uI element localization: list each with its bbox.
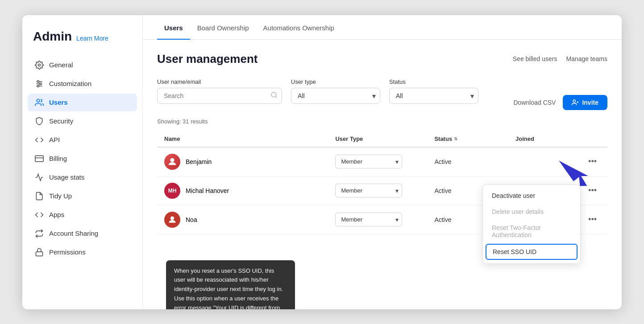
user-type-cell-2: MemberAdminGuest ▾ <box>328 205 427 234</box>
th-user-type: User Type <box>328 131 427 147</box>
svg-point-0 <box>38 64 41 66</box>
sidebar-item-usage-stats[interactable]: Usage stats <box>28 168 137 186</box>
avatar-superhero-icon <box>167 157 177 167</box>
sidebar-item-users[interactable]: Users <box>28 94 137 111</box>
sidebar-item-security-label: Security <box>49 117 73 125</box>
users-icon <box>35 98 44 107</box>
code-icon <box>35 210 44 219</box>
user-type-select-2[interactable]: MemberAdminGuest <box>335 213 402 226</box>
tidy-icon <box>35 192 44 201</box>
invite-user-icon <box>572 99 579 106</box>
svg-point-7 <box>37 99 40 102</box>
user-type-select-wrap-2: MemberAdminGuest ▾ <box>335 213 402 226</box>
invite-button[interactable]: Invite <box>563 95 607 110</box>
sidebar-item-apps[interactable]: Apps <box>28 206 137 224</box>
tab-automations-ownership[interactable]: Automations Ownership <box>256 15 341 40</box>
user-type-cell-0: MemberAdminGuest ▾ <box>328 147 427 176</box>
gear-icon <box>35 61 44 70</box>
api-icon <box>35 135 44 144</box>
sidebar-item-account-sharing-label: Account Sharing <box>49 230 98 237</box>
lock-icon <box>35 248 44 257</box>
results-count: Showing: 31 results <box>157 118 607 125</box>
status-label: Status <box>389 78 478 85</box>
sidebar-item-billing[interactable]: Billing <box>28 150 137 168</box>
user-type-select-1[interactable]: MemberAdminGuest <box>335 184 402 197</box>
sidebar-item-api[interactable]: API <box>28 131 137 149</box>
manage-teams-link[interactable]: Manage teams <box>566 55 607 62</box>
user-type-select-wrap-1: MemberAdminGuest ▾ <box>335 184 402 197</box>
sidebar-item-general-label: General <box>49 61 73 69</box>
username-filter-group: User name/email <box>157 78 282 104</box>
page-header-actions: See billed users Manage teams <box>513 55 607 62</box>
sidebar: Admin Learn More General Customization <box>22 15 143 309</box>
sidebar-item-api-label: API <box>49 136 60 144</box>
th-actions <box>578 131 607 147</box>
th-joined: Joined <box>508 131 578 147</box>
user-type-select-wrap: AllMemberAdmin ▾ <box>291 88 380 104</box>
main-body: User management See billed users Manage … <box>143 40 622 309</box>
status-cell-0: Active <box>427 147 508 176</box>
th-status: Status ⇅ <box>427 131 508 147</box>
svg-rect-10 <box>36 252 43 256</box>
user-name: Michal Hanover <box>186 187 229 194</box>
sidebar-item-customization-label: Customization <box>49 80 91 87</box>
sort-status-icon: ⇅ <box>454 136 457 141</box>
svg-point-16 <box>170 158 174 162</box>
download-csv-link[interactable]: Download CSV <box>513 99 556 106</box>
shield-icon <box>35 117 44 126</box>
actions-cell-2: ••• <box>578 205 607 234</box>
sidebar-item-general[interactable]: General <box>28 56 137 74</box>
sidebar-item-account-sharing[interactable]: Account Sharing <box>28 225 137 242</box>
arrow-svg <box>558 153 594 198</box>
page-title: User management <box>157 52 258 66</box>
avatar <box>164 212 180 228</box>
search-input[interactable] <box>157 88 282 104</box>
user-name-cell: MH Michal Hanover <box>157 176 328 205</box>
page-header: User management See billed users Manage … <box>157 52 607 66</box>
user-type-filter-group: User type AllMemberAdmin ▾ <box>291 78 380 104</box>
th-name: Name <box>157 131 328 147</box>
username-label: User name/email <box>157 78 282 85</box>
svg-rect-8 <box>35 156 43 161</box>
tab-board-ownership[interactable]: Board Ownership <box>190 15 256 40</box>
sidebar-item-permissions-label: Permissions <box>49 248 86 256</box>
user-name-cell: Noa <box>157 205 328 234</box>
more-options-button-2[interactable]: ••• <box>585 213 600 226</box>
avatar-person-icon <box>168 215 177 224</box>
chart-icon <box>35 173 44 182</box>
user-type-select-0[interactable]: MemberAdminGuest <box>335 155 402 168</box>
status-select[interactable]: AllActiveInactive <box>389 88 478 104</box>
svg-point-13 <box>573 100 575 102</box>
context-menu-delete: Delete user details <box>483 204 580 220</box>
sidebar-item-customization[interactable]: Customization <box>28 75 137 93</box>
tab-users[interactable]: Users <box>157 15 190 40</box>
sidebar-item-permissions[interactable]: Permissions <box>28 243 137 261</box>
sidebar-item-tidy-up[interactable]: Tidy Up <box>28 187 137 205</box>
context-menu-reset-sso[interactable]: Reset SSO UID <box>486 244 578 260</box>
sharing-icon <box>35 229 44 238</box>
search-icon <box>270 91 278 100</box>
sidebar-item-security[interactable]: Security <box>28 112 137 130</box>
context-menu-reset-2fa: Reset Two-Factor Authentication <box>483 220 580 243</box>
arrow-indicator <box>558 153 594 200</box>
svg-point-5 <box>39 82 41 84</box>
sidebar-learn-more-link[interactable]: Learn More <box>76 35 108 42</box>
sidebar-item-apps-label: Apps <box>49 211 64 218</box>
svg-point-11 <box>271 92 276 97</box>
search-input-wrap <box>157 88 282 104</box>
avatar <box>164 154 180 170</box>
sidebar-item-billing-label: Billing <box>49 155 67 162</box>
user-type-cell-1: MemberAdminGuest ▾ <box>328 176 427 205</box>
main-tabs: Users Board Ownership Automations Owners… <box>143 15 622 40</box>
status-select-wrap: AllActiveInactive ▾ <box>389 88 478 104</box>
see-billed-users-link[interactable]: See billed users <box>513 55 557 62</box>
avatar: MH <box>164 183 180 199</box>
sidebar-item-usage-stats-label: Usage stats <box>49 173 84 181</box>
table-header: Name User Type Status ⇅ Joined <box>157 131 607 147</box>
sliders-icon <box>35 79 44 88</box>
table-row: Benjamin MemberAdminGuest ▾ Active <box>157 147 607 176</box>
user-name: Benjamin <box>186 158 212 165</box>
user-type-select[interactable]: AllMemberAdmin <box>291 88 380 104</box>
user-table-container: Name User Type Status ⇅ Joined <box>157 131 607 234</box>
sidebar-title: Admin <box>33 29 72 44</box>
